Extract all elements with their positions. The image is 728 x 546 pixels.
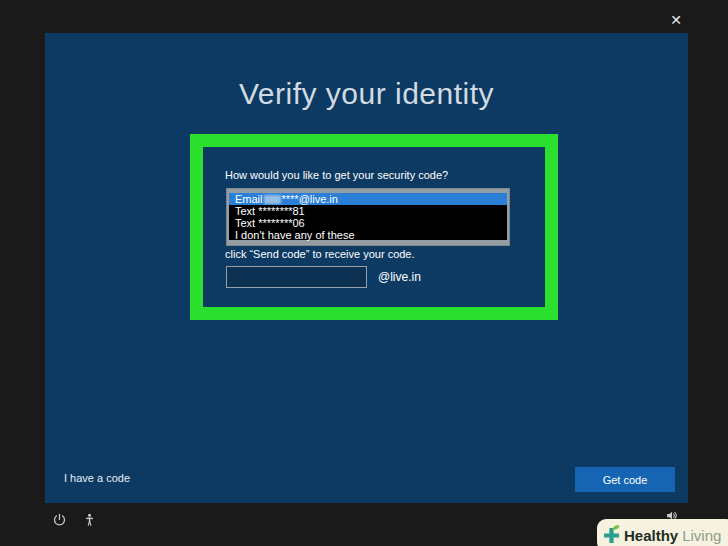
- close-icon[interactable]: ✕: [665, 10, 687, 30]
- dropdown-option-text-1[interactable]: Text ********81: [229, 205, 507, 217]
- security-code-question: How would you like to get your security …: [225, 169, 448, 181]
- code-method-dropdown[interactable]: Email****@live.in Text ********81 Text *…: [226, 188, 510, 246]
- get-code-button[interactable]: Get code: [575, 467, 675, 492]
- dropdown-option-none[interactable]: I don't have any of these: [229, 229, 507, 241]
- email-domain-suffix: @live.in: [378, 270, 421, 284]
- watermark-brand-bold: Healthy: [624, 527, 678, 544]
- dropdown-option-text-2[interactable]: Text ********06: [229, 217, 507, 229]
- security-code-dialog: How would you like to get your security …: [203, 147, 545, 307]
- dropdown-option-email[interactable]: Email****@live.in: [229, 193, 507, 205]
- power-icon[interactable]: [52, 512, 67, 528]
- medical-cross-leaf-icon: [600, 524, 623, 546]
- ease-of-access-icon[interactable]: [82, 512, 97, 528]
- healthy-living-watermark: Healthy Living: [597, 519, 728, 546]
- screen: { "window": { "close_icon": "✕" }, "pane…: [0, 0, 728, 546]
- dropdown-options-list: Email****@live.in Text ********81 Text *…: [229, 193, 507, 240]
- page-title: Verify your identity: [45, 77, 688, 111]
- email-confirm-input[interactable]: [226, 266, 367, 288]
- watermark-brand-light: Living: [682, 527, 721, 544]
- highlight-rectangle: How would you like to get your security …: [190, 134, 558, 320]
- verify-identity-panel: Verify your identity How would you like …: [45, 33, 688, 503]
- email-option-prefix: Email: [235, 193, 263, 205]
- redacted-email-blur: [264, 195, 281, 204]
- send-code-instruction: click “Send code” to receive your code.: [225, 248, 415, 260]
- i-have-a-code-link[interactable]: I have a code: [64, 472, 130, 484]
- email-option-suffix: ****@live.in: [282, 193, 338, 205]
